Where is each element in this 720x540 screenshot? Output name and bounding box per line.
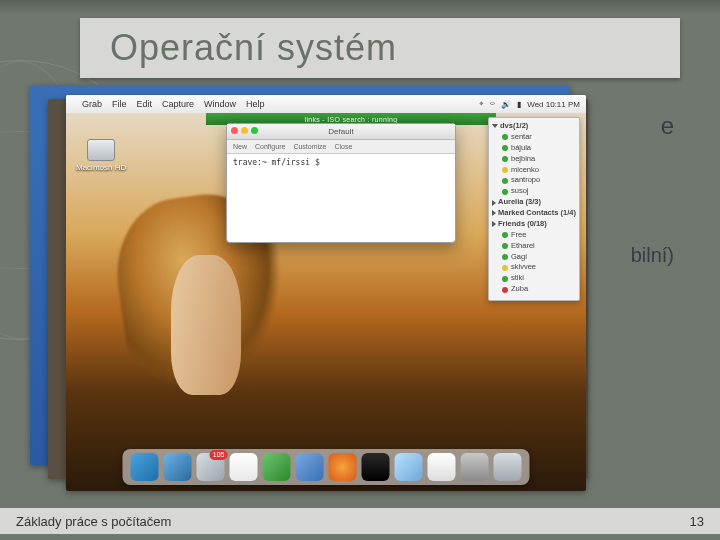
- status-dot-icon: [502, 254, 508, 260]
- term-tool-new[interactable]: New: [233, 143, 247, 150]
- status-dot-icon: [502, 287, 508, 293]
- term-tool-customize[interactable]: Customize: [293, 143, 326, 150]
- buddy-item[interactable]: santropo: [492, 175, 576, 186]
- slide-title-bar: Operační systém: [80, 18, 680, 78]
- status-dot-icon: [502, 156, 508, 162]
- hidden-text-fragment: bilní): [631, 244, 674, 267]
- buddy-name: sentar: [511, 132, 532, 143]
- minimize-icon[interactable]: [241, 127, 248, 134]
- menubar-clock[interactable]: Wed 10:11 PM: [527, 100, 580, 109]
- firefox-icon[interactable]: [329, 453, 357, 481]
- status-dot-icon: [502, 243, 508, 249]
- buddy-group-label: Friends (0/18): [498, 219, 547, 230]
- menu-window[interactable]: Window: [204, 99, 236, 109]
- zoom-icon[interactable]: [251, 127, 258, 134]
- terminal-body[interactable]: trave:~ mf/irssi $: [227, 154, 455, 171]
- disclosure-triangle-icon[interactable]: [492, 221, 496, 227]
- disclosure-triangle-icon[interactable]: [492, 210, 496, 216]
- terminal-title: Default: [328, 127, 353, 136]
- buddy-item[interactable]: sentar: [492, 132, 576, 143]
- buddy-item[interactable]: Free: [492, 230, 576, 241]
- itunes-icon[interactable]: [296, 453, 324, 481]
- term-tool-close[interactable]: Close: [334, 143, 352, 150]
- buddy-name: bejbina: [511, 154, 535, 165]
- buddy-group-header[interactable]: dvs(1/2): [492, 121, 576, 132]
- screenshot-stack: Grab File Edit Capture Window Help ⌖ ⌔ 🔊…: [30, 85, 590, 485]
- terminal-titlebar[interactable]: Default: [227, 124, 455, 140]
- menubar-status-area[interactable]: ⌖ ⌔ 🔊 ▮ Wed 10:11 PM: [479, 99, 580, 109]
- status-dot-icon: [502, 276, 508, 282]
- terminal-window[interactable]: Default New Configure Customize Close tr…: [226, 123, 456, 243]
- status-dot-icon: [502, 265, 508, 271]
- buddy-item[interactable]: bájula: [492, 143, 576, 154]
- term-tool-configure[interactable]: Configure: [255, 143, 285, 150]
- disk-icon: [87, 139, 115, 161]
- buddy-name: susoj: [511, 186, 529, 197]
- top-accent: [0, 0, 720, 14]
- mac-menubar[interactable]: Grab File Edit Capture Window Help ⌖ ⌔ 🔊…: [66, 95, 586, 113]
- preview-icon[interactable]: [395, 453, 423, 481]
- buddy-name: bájula: [511, 143, 531, 154]
- buddy-group-header[interactable]: Friends (0/18): [492, 219, 576, 230]
- buddy-name: Free: [511, 230, 526, 241]
- status-dot-icon: [502, 167, 508, 173]
- buddy-item[interactable]: stiki: [492, 273, 576, 284]
- status-dot-icon: [502, 189, 508, 195]
- buddy-item[interactable]: bejbina: [492, 154, 576, 165]
- buddy-name: micenko: [511, 165, 539, 176]
- hidden-text-fragment: e: [661, 112, 674, 140]
- mail-icon[interactable]: 105: [197, 453, 225, 481]
- buddy-item[interactable]: susoj: [492, 186, 576, 197]
- buddy-name: stiki: [511, 273, 524, 284]
- trash-icon[interactable]: [494, 453, 522, 481]
- textedit-icon[interactable]: [428, 453, 456, 481]
- finder-icon[interactable]: [131, 453, 159, 481]
- sysprefs-icon[interactable]: [461, 453, 489, 481]
- bluetooth-icon[interactable]: ⌖: [479, 99, 484, 109]
- buddy-name: Etharel: [511, 241, 535, 252]
- battery-icon[interactable]: ▮: [517, 100, 521, 109]
- macintosh-hd-icon[interactable]: Macintosh HD: [76, 139, 126, 172]
- buddy-item[interactable]: Etharel: [492, 241, 576, 252]
- disclosure-triangle-icon[interactable]: [492, 200, 496, 206]
- menu-edit[interactable]: Edit: [137, 99, 153, 109]
- buddy-list-window[interactable]: dvs(1/2)sentarbájulabejbinamicenkosantro…: [488, 117, 580, 301]
- buddy-name: skivvee: [511, 262, 536, 273]
- buddy-group-label: Aurelia (3/3): [498, 197, 541, 208]
- menu-file[interactable]: File: [112, 99, 127, 109]
- slide-title: Operační systém: [110, 27, 397, 69]
- terminal-toolbar[interactable]: New Configure Customize Close: [227, 140, 455, 154]
- buddy-item[interactable]: skivvee: [492, 262, 576, 273]
- buddy-group-label: Marked Contacts (1/4): [498, 208, 576, 219]
- buddy-name: Gagi: [511, 252, 527, 263]
- ichat-icon[interactable]: [263, 453, 291, 481]
- safari-icon[interactable]: [164, 453, 192, 481]
- menu-help[interactable]: Help: [246, 99, 265, 109]
- disclosure-triangle-icon[interactable]: [492, 124, 498, 128]
- buddy-item[interactable]: Gagi: [492, 252, 576, 263]
- buddy-group-header[interactable]: Marked Contacts (1/4): [492, 208, 576, 219]
- terminal-icon[interactable]: [362, 453, 390, 481]
- page-number: 13: [690, 514, 704, 529]
- badge-count: 105: [210, 450, 228, 460]
- status-dot-icon: [502, 145, 508, 151]
- status-dot-icon: [502, 232, 508, 238]
- mac-dock[interactable]: 105: [123, 449, 530, 485]
- ical-icon[interactable]: [230, 453, 258, 481]
- buddy-item[interactable]: micenko: [492, 165, 576, 176]
- buddy-name: Zuba: [511, 284, 528, 295]
- close-icon[interactable]: [231, 127, 238, 134]
- disk-label: Macintosh HD: [76, 163, 126, 172]
- airport-icon[interactable]: ⌔: [490, 100, 495, 109]
- macos-screenshot-layer: Grab File Edit Capture Window Help ⌖ ⌔ 🔊…: [66, 95, 586, 491]
- buddy-group-label: dvs(1/2): [500, 121, 528, 132]
- footer-text: Základy práce s počítačem: [16, 514, 171, 529]
- buddy-item[interactable]: Zuba: [492, 284, 576, 295]
- menu-capture[interactable]: Capture: [162, 99, 194, 109]
- slide-footer: Základy práce s počítačem 13: [0, 508, 720, 534]
- volume-icon[interactable]: 🔊: [501, 100, 511, 109]
- menu-grab[interactable]: Grab: [82, 99, 102, 109]
- buddy-group-header[interactable]: Aurelia (3/3): [492, 197, 576, 208]
- terminal-prompt: trave:~ mf/irssi $: [233, 158, 320, 167]
- buddy-name: santropo: [511, 175, 540, 186]
